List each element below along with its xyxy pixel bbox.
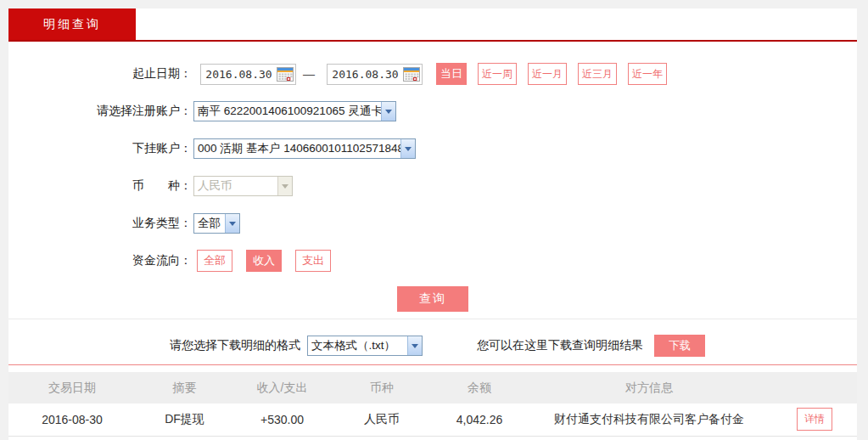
- sub-account-label: 下挂账户：: [8, 141, 193, 156]
- end-date-input[interactable]: 2016.08.30: [327, 64, 423, 85]
- sub-account-select[interactable]: 000 活期 基本户 1406600101102571848: [193, 138, 416, 159]
- column-header-date: 交易日期: [8, 372, 136, 403]
- chevron-down-icon: [407, 336, 422, 355]
- business-type-row: 业务类型： 全部: [8, 212, 857, 235]
- download-format-select[interactable]: 文本格式（.txt）: [307, 336, 423, 356]
- date-range-row: 起止日期： 2016.08.30: [8, 62, 857, 86]
- column-header-action: [772, 372, 857, 403]
- quick-range-year-button[interactable]: 近一年: [628, 63, 667, 85]
- quick-range-quarter-button[interactable]: 近三月: [578, 63, 617, 85]
- date-range-label: 起止日期：: [8, 66, 193, 82]
- business-type-label: 业务类型：: [8, 216, 193, 231]
- page-background: 明细查询 起止日期： 2016.08.30: [0, 0, 868, 440]
- register-account-row: 请选择注册账户： 南平 6222001406100921065 灵通卡: [8, 99, 857, 123]
- cell-currency: 人民币: [331, 403, 433, 436]
- currency-label: 币 种：: [8, 178, 193, 194]
- cell-amount: +530.00: [233, 403, 331, 436]
- chevron-down-icon: [277, 177, 292, 195]
- cell-action: 详情: [772, 403, 857, 436]
- fund-flow-income-button[interactable]: 收入: [246, 250, 282, 272]
- detail-button[interactable]: 详情: [797, 408, 832, 431]
- chevron-down-icon: [400, 139, 415, 158]
- currency-row: 币 种： 人民币: [8, 174, 857, 198]
- tab-detail-query[interactable]: 明细查询: [8, 8, 136, 40]
- calendar-icon[interactable]: [277, 67, 294, 82]
- cell-balance: 4,042.26: [433, 403, 526, 436]
- business-type-value: 全部: [194, 216, 225, 231]
- start-date-input[interactable]: 2016.08.30: [200, 64, 296, 85]
- currency-select: 人民币: [193, 176, 293, 196]
- query-button[interactable]: 查询: [397, 286, 468, 312]
- sub-account-row: 下挂账户： 000 活期 基本户 1406600101102571848: [8, 137, 857, 161]
- start-date-value: 2016.08.30: [201, 68, 277, 81]
- register-account-label: 请选择注册账户：: [8, 104, 193, 119]
- chevron-down-icon: [225, 214, 239, 233]
- download-button[interactable]: 下载: [654, 335, 705, 357]
- register-account-select[interactable]: 南平 6222001406100921065 灵通卡: [193, 101, 396, 121]
- table-header-row: 交易日期 摘要 收入/支出 币种 余额 对方信息: [8, 372, 857, 403]
- chevron-down-icon: [381, 102, 395, 121]
- sub-account-value: 000 活期 基本户 1406600101102571848: [194, 141, 400, 156]
- form-actions: 查询: [8, 286, 857, 312]
- register-account-value: 南平 6222001406100921065 灵通卡: [194, 104, 381, 119]
- cell-counterparty: 财付通支付科技有限公司客户备付金: [526, 403, 772, 436]
- download-hint: 您可以在这里下载查询明细结果: [477, 338, 643, 353]
- download-format-label: 请您选择下载明细的格式: [170, 338, 300, 353]
- end-date-value: 2016.08.30: [328, 68, 403, 81]
- query-form: 起止日期： 2016.08.30: [8, 42, 857, 312]
- fund-flow-expense-button[interactable]: 支出: [295, 250, 331, 272]
- table-row: 2016-08-30 DF提现 +530.00 人民币 4,042.26 财付通…: [8, 403, 857, 436]
- cell-summary: DF提现: [136, 403, 233, 436]
- fund-flow-row: 资金流向： 全部 收入 支出: [8, 249, 857, 273]
- tab-bar: 明细查询: [8, 8, 857, 40]
- table-top-divider: [8, 364, 857, 365]
- currency-value: 人民币: [194, 178, 277, 194]
- fund-flow-label: 资金流向：: [8, 253, 193, 268]
- column-header-amount: 收入/支出: [233, 372, 331, 403]
- quick-range-today-button[interactable]: 当日: [436, 63, 467, 85]
- date-range-separator: —: [303, 67, 315, 81]
- quick-range-week-button[interactable]: 近一周: [478, 63, 517, 85]
- business-type-select[interactable]: 全部: [193, 213, 240, 234]
- cell-date: 2016-08-30: [8, 403, 136, 436]
- fund-flow-all-button[interactable]: 全部: [197, 250, 232, 272]
- calendar-icon[interactable]: [403, 67, 420, 82]
- column-header-currency: 币种: [331, 372, 433, 403]
- section-divider: [8, 319, 857, 319]
- column-header-balance: 余额: [433, 372, 526, 403]
- query-panel: 明细查询 起止日期： 2016.08.30: [8, 8, 857, 440]
- download-format-value: 文本格式（.txt）: [308, 338, 407, 353]
- download-section: 请您选择下载明细的格式 文本格式（.txt） 您可以在这里下载查询明细结果 下载: [8, 335, 857, 357]
- results-table: 交易日期 摘要 收入/支出 币种 余额 对方信息 2016-08-30 DF提现…: [8, 372, 857, 437]
- column-header-summary: 摘要: [136, 372, 233, 403]
- quick-range-month-button[interactable]: 近一月: [528, 63, 567, 85]
- column-header-counterparty: 对方信息: [526, 372, 772, 403]
